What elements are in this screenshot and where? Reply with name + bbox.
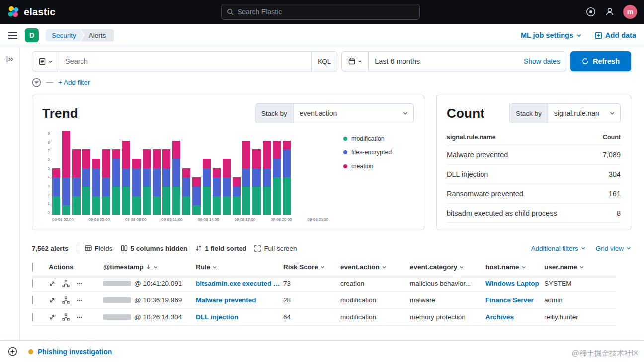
count-table-row[interactable]: Ransomware prevented 161	[447, 184, 621, 204]
trend-bar[interactable]	[62, 131, 70, 215]
more-actions-icon[interactable]	[76, 314, 83, 321]
user-avatar[interactable]: m	[623, 5, 637, 19]
chevron-down-icon[interactable]	[382, 265, 387, 270]
elastic-logo[interactable]: elastic	[7, 5, 56, 18]
rule-link[interactable]: bitsadmin.exe executed as ...	[196, 280, 283, 287]
host-name-link[interactable]: Archives	[485, 313, 544, 321]
trend-bar[interactable]	[283, 141, 291, 215]
date-quick-menu-button[interactable]	[342, 52, 369, 71]
count-table-row[interactable]: Malware prevented 7,089	[447, 145, 621, 165]
chevron-down-icon[interactable]	[153, 265, 158, 270]
chevron-down-icon[interactable]	[320, 265, 325, 270]
trend-bar[interactable]	[213, 168, 221, 215]
trend-bar[interactable]	[52, 168, 60, 215]
legend-item-creation[interactable]: creation	[343, 163, 392, 170]
alert-row[interactable]: @ 10:36:19.969 Malware prevented 28 modi…	[32, 292, 616, 309]
column-header-timestamp[interactable]: @timestamp	[103, 263, 196, 271]
row-checkbox[interactable]	[32, 313, 33, 321]
select-all-checkbox[interactable]	[32, 263, 33, 272]
host-name-link[interactable]: Finance Server	[485, 296, 544, 304]
trend-bar[interactable]	[273, 141, 281, 215]
field-sorted-button[interactable]: 1 field sorted	[195, 245, 246, 252]
chevron-down-icon[interactable]	[459, 265, 464, 270]
trend-bar[interactable]	[252, 149, 260, 215]
rule-link[interactable]: Malware prevented	[196, 296, 283, 304]
trend-bar[interactable]	[92, 159, 100, 215]
trend-bar[interactable]	[82, 149, 90, 215]
count-table-row[interactable]: bitsadm executed as child process 8	[447, 204, 621, 223]
menu-icon[interactable]	[8, 31, 18, 39]
host-name-link[interactable]: Windows Laptop	[485, 280, 544, 287]
breadcrumb-alerts[interactable]: Alerts	[81, 29, 114, 42]
expand-alert-icon[interactable]	[49, 314, 56, 321]
help-icon[interactable]	[585, 6, 596, 17]
add-filter-button[interactable]: + Add filter	[58, 79, 90, 86]
filter-set-icon[interactable]	[32, 78, 41, 87]
full-screen-button[interactable]: Full screen	[254, 245, 297, 252]
chevron-down-icon[interactable]	[521, 265, 526, 270]
analyze-event-icon[interactable]	[62, 296, 70, 304]
columns-hidden-button[interactable]: 5 columns hidden	[121, 245, 188, 252]
trend-bar[interactable]	[223, 159, 231, 215]
space-avatar[interactable]: D	[25, 28, 39, 42]
user-settings-icon[interactable]	[604, 6, 615, 17]
trend-bar[interactable]	[132, 159, 140, 215]
more-actions-icon[interactable]	[76, 297, 83, 304]
column-header-event-action[interactable]: event.action	[340, 263, 410, 271]
breadcrumb-security[interactable]: Security	[46, 29, 84, 42]
kql-search-input[interactable]: Search	[59, 57, 311, 65]
trend-bar[interactable]	[192, 177, 200, 215]
add-data-button[interactable]: Add data	[595, 31, 636, 39]
trend-bar[interactable]	[182, 168, 190, 215]
chevron-down-icon[interactable]	[212, 265, 217, 270]
alert-row[interactable]: @ 10:41:20.091 bitsadmin.exe executed as…	[32, 275, 616, 292]
expand-sidebar-icon[interactable]	[6, 55, 14, 64]
analyze-event-icon[interactable]	[62, 280, 70, 287]
grid-view-button[interactable]: Grid view	[596, 245, 631, 252]
ml-job-settings-button[interactable]: ML job settings	[521, 31, 582, 39]
trend-bar[interactable]	[122, 141, 130, 215]
date-range-value[interactable]: Last 6 months	[369, 57, 524, 65]
analyze-event-icon[interactable]	[62, 313, 70, 321]
column-header-event-category[interactable]: event.category	[410, 263, 485, 271]
trend-stack-by-select[interactable]: Stack by event.action	[255, 103, 414, 123]
expand-alert-icon[interactable]	[49, 280, 56, 287]
saved-query-menu-button[interactable]	[32, 52, 59, 71]
trend-bar[interactable]	[162, 149, 170, 215]
bar-segment-creation	[213, 168, 221, 178]
global-search-input[interactable]: Search Elastic	[221, 4, 420, 20]
row-checkbox[interactable]	[32, 296, 33, 304]
x-tick-label: 09-08 14:00	[198, 217, 219, 222]
trend-bar[interactable]	[153, 149, 161, 215]
refresh-button[interactable]: Refresh	[570, 51, 631, 71]
additional-filters-button[interactable]: Additional filters	[531, 245, 585, 252]
expand-alert-icon[interactable]	[49, 297, 56, 304]
trend-bar[interactable]	[102, 149, 110, 215]
count-stack-by-select[interactable]: Stack by signal.rule.nan	[509, 103, 621, 123]
trend-bar[interactable]	[172, 141, 180, 215]
chevron-down-icon[interactable]	[579, 265, 584, 270]
timeline-toggle[interactable]: Phishing investigation	[28, 348, 112, 356]
kql-language-button[interactable]: KQL	[311, 52, 337, 71]
count-table-row[interactable]: DLL injection 304	[447, 165, 621, 184]
more-actions-icon[interactable]	[76, 280, 83, 287]
column-header-user-name[interactable]: user.name	[544, 263, 616, 271]
trend-bar[interactable]	[242, 141, 250, 215]
fields-button[interactable]: Fields	[85, 245, 113, 252]
trend-bar[interactable]	[112, 149, 120, 215]
trend-bar[interactable]	[143, 149, 151, 215]
rule-link[interactable]: DLL injection	[196, 313, 283, 321]
show-dates-button[interactable]: Show dates	[524, 57, 566, 65]
trend-bar[interactable]	[203, 159, 211, 215]
row-checkbox[interactable]	[32, 279, 33, 288]
column-header-host-name[interactable]: host.name	[485, 263, 544, 271]
add-timeline-icon[interactable]	[8, 347, 17, 356]
alert-row[interactable]: @ 10:26:14.304 DLL injection 64 modifica…	[32, 309, 616, 326]
trend-bar[interactable]	[233, 177, 241, 215]
trend-bar[interactable]	[263, 141, 271, 215]
column-header-rule[interactable]: Rule	[196, 263, 283, 271]
legend-item-modification[interactable]: modification	[343, 135, 392, 142]
column-header-risk-score[interactable]: Risk Score	[283, 263, 340, 271]
trend-bar[interactable]	[72, 149, 80, 215]
legend-item-files-encrypted[interactable]: files-encrypted	[343, 149, 392, 156]
